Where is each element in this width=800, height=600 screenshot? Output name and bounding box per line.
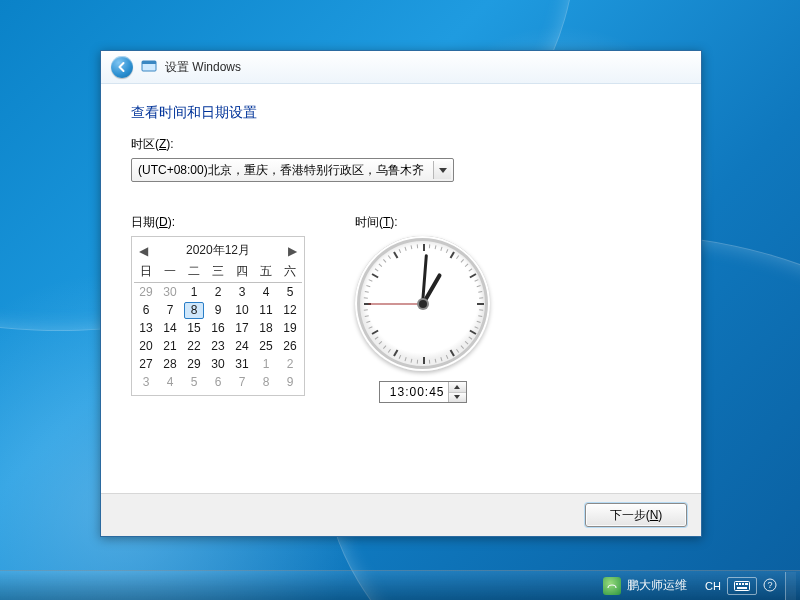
calendar-day[interactable]: 26 <box>278 337 302 355</box>
calendar[interactable]: ◀ 2020年12月 ▶ 日一二三四五六 2930123456789101112… <box>131 236 305 396</box>
calendar-day[interactable]: 13 <box>134 319 158 337</box>
calendar-day[interactable]: 4 <box>254 283 278 302</box>
calendar-day[interactable]: 22 <box>182 337 206 355</box>
time-spinner-up[interactable] <box>449 382 466 392</box>
calendar-day[interactable]: 30 <box>158 283 182 302</box>
calendar-day[interactable]: 15 <box>182 319 206 337</box>
clock-tick <box>393 349 398 356</box>
calendar-day[interactable]: 3 <box>230 283 254 302</box>
clock-tick <box>410 358 412 362</box>
keyboard-indicator-icon[interactable] <box>727 577 757 595</box>
clock-tick <box>374 336 378 339</box>
calendar-next-month[interactable]: ▶ <box>286 244 300 258</box>
calendar-day[interactable]: 3 <box>134 373 158 391</box>
calendar-day[interactable]: 29 <box>134 283 158 302</box>
page-title: 查看时间和日期设置 <box>131 104 671 122</box>
clock-tick <box>464 263 468 266</box>
calendar-day[interactable]: 25 <box>254 337 278 355</box>
clock-tick <box>364 291 368 293</box>
calendar-prev-month[interactable]: ◀ <box>136 244 150 258</box>
time-column: 时间(T): 13:00:45 <box>355 210 490 403</box>
calendar-day[interactable]: 1 <box>182 283 206 302</box>
calendar-day[interactable]: 23 <box>206 337 230 355</box>
clock-tick <box>366 284 370 286</box>
calendar-day[interactable]: 7 <box>158 301 182 319</box>
time-spinner-down[interactable] <box>449 392 466 403</box>
calendar-day[interactable]: 17 <box>230 319 254 337</box>
svg-rect-7 <box>737 587 747 589</box>
clock-tick <box>371 329 378 334</box>
clock-tick <box>423 357 425 364</box>
calendar-day[interactable]: 1 <box>254 355 278 373</box>
calendar-day[interactable]: 18 <box>254 319 278 337</box>
calendar-day[interactable]: 8 <box>182 301 206 319</box>
svg-rect-3 <box>736 583 738 585</box>
calendar-dow: 三 <box>206 262 230 283</box>
desktop-background: 设置 Windows 查看时间和日期设置 时区(Z): (UTC+08:00)北… <box>0 0 800 600</box>
calendar-day[interactable]: 2 <box>278 355 302 373</box>
dropdown-toggle[interactable] <box>433 161 451 179</box>
clock-tick <box>445 248 448 252</box>
timezone-value: (UTC+08:00)北京，重庆，香港特别行政区，乌鲁木齐 <box>138 162 424 179</box>
clock-tick <box>478 315 482 317</box>
time-value[interactable]: 13:00:45 <box>380 385 448 399</box>
calendar-day[interactable]: 24 <box>230 337 254 355</box>
calendar-day[interactable]: 16 <box>206 319 230 337</box>
calendar-day[interactable]: 9 <box>278 373 302 391</box>
clock-tick <box>469 329 476 334</box>
clock-tick <box>474 279 478 282</box>
clock-tick <box>468 336 472 339</box>
clock-tick <box>440 246 442 250</box>
calendar-day[interactable]: 5 <box>278 283 302 302</box>
calendar-day[interactable]: 8 <box>254 373 278 391</box>
clock-tick <box>374 268 378 271</box>
clock-tick <box>476 320 480 322</box>
time-label: 时间(T): <box>355 214 490 231</box>
help-icon[interactable]: ? <box>763 578 777 594</box>
calendar-day[interactable]: 6 <box>206 373 230 391</box>
calendar-day[interactable]: 30 <box>206 355 230 373</box>
clock-tick <box>368 326 372 329</box>
svg-rect-5 <box>742 583 744 585</box>
clock-tick <box>474 326 478 329</box>
calendar-day[interactable]: 12 <box>278 301 302 319</box>
clock-tick <box>449 349 454 356</box>
system-tray[interactable]: CH ? <box>705 577 777 595</box>
time-spinner[interactable]: 13:00:45 <box>379 381 467 403</box>
language-indicator[interactable]: CH <box>705 580 721 592</box>
calendar-day[interactable]: 29 <box>182 355 206 373</box>
calendar-day[interactable]: 31 <box>230 355 254 373</box>
clock-tick <box>479 297 483 298</box>
calendar-day[interactable]: 14 <box>158 319 182 337</box>
calendar-day[interactable]: 10 <box>230 301 254 319</box>
calendar-day[interactable]: 21 <box>158 337 182 355</box>
timezone-label: 时区(Z): <box>131 136 671 153</box>
calendar-day[interactable]: 2 <box>206 283 230 302</box>
clock-second-hand <box>369 303 423 304</box>
clock-tick <box>410 245 412 249</box>
calendar-day[interactable]: 5 <box>182 373 206 391</box>
calendar-day[interactable]: 19 <box>278 319 302 337</box>
back-button[interactable] <box>111 56 133 78</box>
calendar-day[interactable]: 20 <box>134 337 158 355</box>
calendar-day[interactable]: 9 <box>206 301 230 319</box>
date-column: 日期(D): ◀ 2020年12月 ▶ 日一二三四五六 293012345678… <box>131 210 305 403</box>
next-button[interactable]: 下一步(N) <box>585 503 687 527</box>
svg-text:?: ? <box>767 580 772 590</box>
calendar-day[interactable]: 27 <box>134 355 158 373</box>
svg-rect-1 <box>142 61 156 64</box>
clock-tick <box>371 273 378 278</box>
calendar-day[interactable]: 4 <box>158 373 182 391</box>
calendar-month-title[interactable]: 2020年12月 <box>186 242 250 259</box>
calendar-day[interactable]: 7 <box>230 373 254 391</box>
clock-tick <box>469 273 476 278</box>
timezone-dropdown[interactable]: (UTC+08:00)北京，重庆，香港特别行政区，乌鲁木齐 <box>131 158 454 182</box>
caret-up-icon <box>454 385 460 389</box>
show-desktop-button[interactable] <box>785 572 796 600</box>
calendar-day[interactable]: 11 <box>254 301 278 319</box>
clock-tick <box>398 248 401 252</box>
calendar-day[interactable]: 28 <box>158 355 182 373</box>
clock-tick <box>398 354 401 358</box>
chevron-down-icon <box>439 168 447 173</box>
calendar-day[interactable]: 6 <box>134 301 158 319</box>
